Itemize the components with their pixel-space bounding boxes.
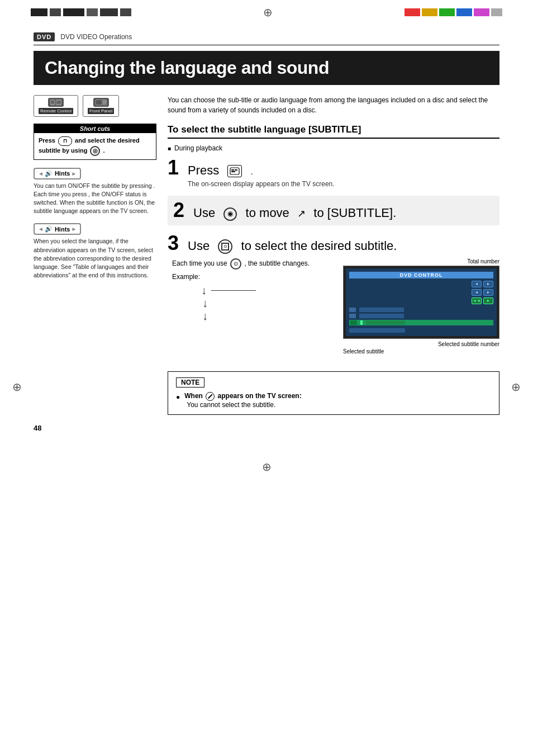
dvd-control-label: DVD CONTROL	[349, 272, 493, 278]
step-3-use: Use	[188, 239, 210, 253]
note-text-content: You cannot select the subtitle.	[187, 401, 275, 409]
bar-seg-red	[404, 8, 420, 16]
dvd-btn-prev: ◄	[472, 281, 482, 287]
dvd-btn-group-active: ◄◄ ►	[472, 297, 493, 304]
right-column: You can choose the sub-title or audio la…	[168, 95, 499, 415]
step-2: 2 Use ◉ to move ↗ to [SUBTITLE].	[168, 196, 499, 225]
svg-rect-4	[56, 101, 61, 104]
svg-rect-6	[96, 100, 102, 105]
arrow-down-1: ↓	[201, 284, 207, 297]
remote-control-label: Remote Control	[39, 108, 73, 114]
hints-icon-1: 🔊 Hints	[34, 168, 81, 179]
step-3-detail: Each time you use ⊙ , the subtitle chang…	[172, 258, 334, 270]
bottom-crosshair: ⊕	[262, 460, 272, 474]
shortcut-body: Press ⊓ and select the desired subtitle …	[34, 133, 156, 159]
bottom-crosshair-area: ⊕	[0, 455, 533, 479]
note-item: ● When appears on the TV screen: You can…	[176, 392, 491, 409]
step-1-press: Press	[188, 163, 219, 177]
note-text: When appears on the TV screen: You canno…	[184, 392, 301, 409]
page-title: Changing the language and sound	[45, 58, 488, 78]
shortcut-end: .	[103, 147, 105, 154]
dvd-btn-active-2: ►	[483, 297, 493, 304]
svg-rect-7	[103, 101, 106, 102]
svg-rect-10	[231, 169, 234, 171]
bar-seg	[63, 8, 84, 16]
step-3-example-label: Example:	[172, 273, 334, 281]
step-3-right: Total number DVD CONTROL ◄ ►	[343, 258, 499, 355]
step-3-detail1: Each time you use	[172, 259, 227, 267]
shortcut-title: Short cuts	[34, 124, 156, 133]
svg-rect-11	[235, 169, 237, 171]
svg-rect-12	[231, 171, 235, 172]
bar-seg-yellow	[422, 8, 437, 16]
right-crosshair: ⊕	[511, 380, 521, 394]
note-middle: appears on the TV screen:	[218, 392, 302, 400]
dvd-btn-next: ►	[483, 281, 493, 287]
note-title: NOTE	[176, 377, 204, 388]
dvd-screen: DVD CONTROL ◄ ►	[343, 266, 499, 339]
bar-seg	[120, 8, 131, 16]
front-panel-label: Front Panel	[88, 108, 114, 114]
hints-box-2: 🔊 Hints When you select the language, if…	[34, 223, 156, 280]
selected-subtitle-number-label: Selected subtitle number	[343, 341, 499, 347]
section-heading: To select the subtitle language [SUBTITL…	[168, 124, 499, 139]
svg-rect-3	[51, 102, 54, 103]
total-number-label: Total number	[343, 258, 499, 264]
top-bars-right	[404, 8, 502, 16]
step-1-subtext: The on-screen display appears on the TV …	[188, 180, 499, 188]
svg-rect-8	[103, 102, 106, 103]
step-1: 1 Press . T	[168, 158, 499, 188]
ring-icon: ⊙	[218, 239, 232, 254]
step-3-number: 3	[168, 233, 183, 253]
step-3-left: Each time you use ⊙ , the subtitle chang…	[168, 258, 334, 323]
step-2-number: 2	[173, 200, 189, 220]
step-2-to-subtitle: to [SUBTITLE].	[313, 206, 396, 220]
header-area: DVD DVD VIDEO Operations	[34, 28, 499, 41]
dvd-btn-active-1: ◄◄	[472, 297, 482, 304]
during-playback: During playback	[168, 144, 499, 152]
ring-icon-small: ⊙	[230, 258, 241, 270]
header-divider	[34, 45, 499, 45]
header-label: DVD VIDEO Operations	[60, 33, 132, 41]
example-line	[211, 290, 256, 291]
step-3-detail2: , the subtitle changes.	[244, 259, 310, 267]
left-column: Remote Control Front Panel	[34, 95, 156, 415]
intro-text: You can choose the sub-title or audio la…	[168, 95, 499, 115]
hints-box-1: 🔊 Hints You can turn ON/OFF the subtitle…	[34, 168, 156, 216]
dvd-btn-fwd: ►	[483, 289, 493, 296]
device-icons: Remote Control Front Panel	[34, 95, 156, 117]
bar-seg	[87, 8, 98, 16]
hints-label-2: Hints	[55, 226, 70, 233]
top-crosshair: ⊕	[263, 6, 273, 19]
shortcut-capsule-icon: ⊓	[58, 136, 72, 146]
dvd-btn-back: ◄	[472, 289, 482, 296]
step-3: 3 Use ⊙ to select the desired subtitle. …	[168, 233, 499, 355]
note-prefix: When	[184, 392, 203, 400]
selected-subtitle-label: Selected subtitle	[343, 348, 499, 355]
step-2-to-move: to move	[246, 206, 289, 220]
bar-seg-green	[439, 8, 455, 16]
hints-label-1: Hints	[55, 170, 70, 177]
front-panel-icon-box: Front Panel	[83, 95, 119, 117]
subtitle-button-icon	[227, 165, 242, 177]
step-1-text: Press .	[188, 163, 499, 178]
dvd-screen-inner: DVD CONTROL ◄ ►	[346, 268, 497, 336]
arrow-down-3: ↓	[202, 310, 208, 323]
front-panel-icon	[93, 98, 109, 107]
step-1-number: 1	[168, 158, 183, 178]
dvd-subtitle-list	[349, 308, 493, 333]
note-bullet: ●	[176, 393, 180, 401]
hints-body-2: When you select the language, if the abb…	[34, 237, 156, 280]
remote-control-icon-box: Remote Control	[34, 95, 78, 117]
step-3-text: Use ⊙ to select the desired subtitle.	[188, 239, 499, 254]
bar-seg	[31, 8, 47, 16]
left-crosshair: ⊕	[12, 380, 22, 394]
cursor-icon: ↗	[297, 208, 306, 220]
bar-seg-gray	[491, 8, 502, 16]
step-2-text: Use ◉ to move ↗ to [SUBTITLE].	[193, 206, 494, 220]
bar-seg	[100, 8, 118, 16]
joystick-icon: ◉	[223, 207, 237, 221]
shortcut-press: Press	[39, 137, 55, 144]
svg-rect-2	[51, 101, 54, 102]
bar-seg-blue	[456, 8, 472, 16]
